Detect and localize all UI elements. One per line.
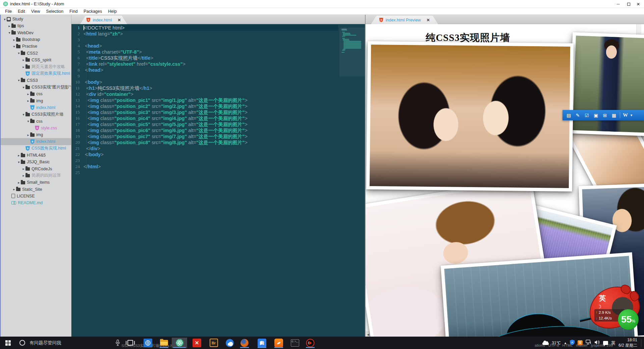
code-line[interactable]: <img class="position_pic2" src="img/2.jp… xyxy=(84,103,338,109)
tree-item[interactable]: ▾WebDev xyxy=(1,30,71,36)
clipboard-check-icon[interactable]: ☑ xyxy=(582,113,591,118)
speaker-icon[interactable] xyxy=(594,340,600,346)
menu-find[interactable]: Find xyxy=(66,9,80,14)
code-line[interactable]: <link rel="stylesheet" href="css/style.c… xyxy=(84,61,338,67)
tab-index-html[interactable]: 5 index.html ✕ xyxy=(80,16,127,24)
chevron-right-icon[interactable]: ▸ xyxy=(17,181,21,184)
adobe-bridge-icon[interactable]: Br xyxy=(208,338,219,348)
code-line[interactable]: <h1>纯CSS3实现照片墙</h1> xyxy=(84,85,338,91)
chevron-down-icon[interactable]: ▾ xyxy=(12,45,16,48)
taskbar-search[interactable]: 有问题尽管问我 xyxy=(30,340,61,346)
atom-icon[interactable] xyxy=(172,338,187,348)
dictionary-app-icon[interactable] xyxy=(256,338,268,348)
menu-help[interactable]: Help xyxy=(105,9,120,14)
menu-file[interactable]: File xyxy=(2,9,15,14)
code-line[interactable]: <div id="container"> xyxy=(84,91,338,97)
tree-item[interactable]: ▸img xyxy=(1,131,71,138)
tree-item[interactable]: ▾css xyxy=(1,118,71,124)
chevron-down-icon[interactable]: ▾ xyxy=(17,160,21,164)
code-line[interactable]: </div> xyxy=(84,146,338,152)
code-line[interactable] xyxy=(84,158,338,164)
terminal-icon[interactable]: C:\_ xyxy=(289,338,301,348)
close-button[interactable]: ✕ xyxy=(634,0,643,8)
chevron-right-icon[interactable]: ▸ xyxy=(17,154,21,157)
menu-view[interactable]: View xyxy=(28,9,43,14)
tree-item[interactable]: ▸网页元素居中攻略 xyxy=(1,63,71,70)
code-line[interactable] xyxy=(84,37,338,43)
weather-cloud-icon[interactable] xyxy=(542,342,549,345)
tree-item[interactable]: ▾CSS3实现照片墙 xyxy=(1,111,71,118)
tree-item[interactable]: ▸Static_Site xyxy=(1,186,71,192)
chevron-down-icon[interactable]: ▾ xyxy=(17,78,21,82)
calendar-icon[interactable]: ▦ xyxy=(609,113,619,118)
chevron-down-icon[interactable]: ▾ xyxy=(26,119,30,123)
task-view-icon[interactable] xyxy=(127,340,133,346)
tab-index-html-preview[interactable]: 5 index.html Preview ✕ xyxy=(371,16,438,24)
minimap[interactable] xyxy=(339,24,365,337)
tree-item[interactable]: ▸HTML4&5 xyxy=(1,152,71,159)
tree-item[interactable]: ▸img xyxy=(1,98,71,104)
code-line[interactable]: <img class="position_pic3" src="img/3.jp… xyxy=(84,109,338,115)
uc-browser-icon[interactable] xyxy=(273,338,284,348)
chevron-up-icon[interactable]: ▲ xyxy=(564,341,567,345)
code-line[interactable]: <img class="position_pic1" src="img/1.jp… xyxy=(84,97,338,103)
net-speed-ball[interactable]: 英 ☽ ↑ 2.9 K/s ↓ 12.4K/s 55% xyxy=(589,287,640,328)
edge-browser-icon[interactable] xyxy=(142,338,154,348)
save-icon[interactable]: ▣ xyxy=(591,113,600,118)
chevron-right-icon[interactable]: ▸ xyxy=(21,65,25,69)
chevron-right-icon[interactable]: ▸ xyxy=(21,167,25,171)
tree-item[interactable]: ▸css xyxy=(1,91,71,97)
code-area[interactable]: <!DOCTYPE html><html lang="zh"> <head> <… xyxy=(84,25,338,176)
code-line[interactable]: <meta charset="UTF-8"> xyxy=(84,49,338,55)
code-line[interactable]: <title>CSS3实现照片墙</title> xyxy=(84,55,338,61)
weather-temp[interactable]: 31℃ xyxy=(552,341,561,345)
chevron-right-icon[interactable]: ▸ xyxy=(7,24,11,28)
firefox-icon[interactable] xyxy=(239,338,250,348)
chevron-down-icon[interactable]: ▾ xyxy=(21,113,25,116)
security-shield-icon[interactable]: A xyxy=(570,340,575,346)
minimize-button[interactable]: ─ xyxy=(614,0,623,8)
tree-item[interactable]: ▸简易的四则运算 xyxy=(1,172,71,179)
tree-item[interactable]: 5index.html xyxy=(1,104,71,111)
chevron-down-icon[interactable]: ▾ xyxy=(17,51,21,55)
network-icon[interactable] xyxy=(586,340,591,346)
tree-item[interactable]: ▸QRCodeJs xyxy=(1,166,71,172)
chevron-right-icon[interactable]: ▸ xyxy=(21,174,25,177)
chevron-down-icon[interactable]: ▾ xyxy=(3,17,7,21)
tree-item[interactable]: 5CSS圆角实现.html xyxy=(1,145,71,152)
chevron-right-icon[interactable]: ▸ xyxy=(12,38,16,42)
tree-item[interactable]: ▸Small_items xyxy=(1,179,71,186)
tree-item[interactable]: LICENSE xyxy=(1,193,71,199)
tree-item[interactable]: ▸tips xyxy=(1,22,71,29)
start-button[interactable] xyxy=(0,337,16,349)
chevron-down-icon[interactable]: ▾ xyxy=(21,85,25,89)
ime-language-badge[interactable]: 英 xyxy=(611,340,615,346)
code-line[interactable]: </head> xyxy=(84,67,338,73)
tree-item[interactable]: ▸Bootstrap xyxy=(1,36,71,43)
cortana-icon[interactable] xyxy=(19,340,25,346)
maximize-button[interactable] xyxy=(624,0,633,8)
potplayer-icon[interactable] xyxy=(305,338,316,348)
code-line[interactable]: </body> xyxy=(84,152,338,158)
code-editor[interactable]: 1234567891011121314151617181920212223242… xyxy=(71,24,365,337)
chevron-right-icon[interactable]: ▸ xyxy=(21,58,25,62)
menu-selection[interactable]: Selection xyxy=(43,9,66,14)
microphone-icon[interactable] xyxy=(115,340,120,347)
tree-item[interactable]: README.md xyxy=(1,199,71,206)
menu-edit[interactable]: Edit xyxy=(15,9,28,14)
menu-packages[interactable]: Packages xyxy=(80,9,105,14)
chevron-right-icon[interactable]: ▸ xyxy=(26,133,30,137)
note-edit-icon[interactable]: ✎ xyxy=(573,113,582,118)
tree-item[interactable]: 5固定层效果实现.html xyxy=(1,70,71,77)
code-line[interactable] xyxy=(84,73,338,79)
code-line[interactable]: <!DOCTYPE html> xyxy=(84,25,338,31)
file-explorer-icon[interactable] xyxy=(158,338,170,348)
chevron-right-icon[interactable]: ▸ xyxy=(26,99,30,103)
tree-item[interactable]: ▾JSJQ_Basic xyxy=(1,159,71,165)
code-line[interactable]: <html lang="zh"> xyxy=(84,31,338,37)
taskbar-clock[interactable]: 18:01 6/2 星期二 xyxy=(619,338,637,348)
close-tab-icon[interactable]: ✕ xyxy=(117,18,121,22)
tree-item[interactable]: ▾CSS3实现"图片阴影"效果 xyxy=(1,84,71,91)
tree-item[interactable]: ▾Study xyxy=(1,16,71,22)
tree-item[interactable]: 5index.html xyxy=(1,138,71,145)
